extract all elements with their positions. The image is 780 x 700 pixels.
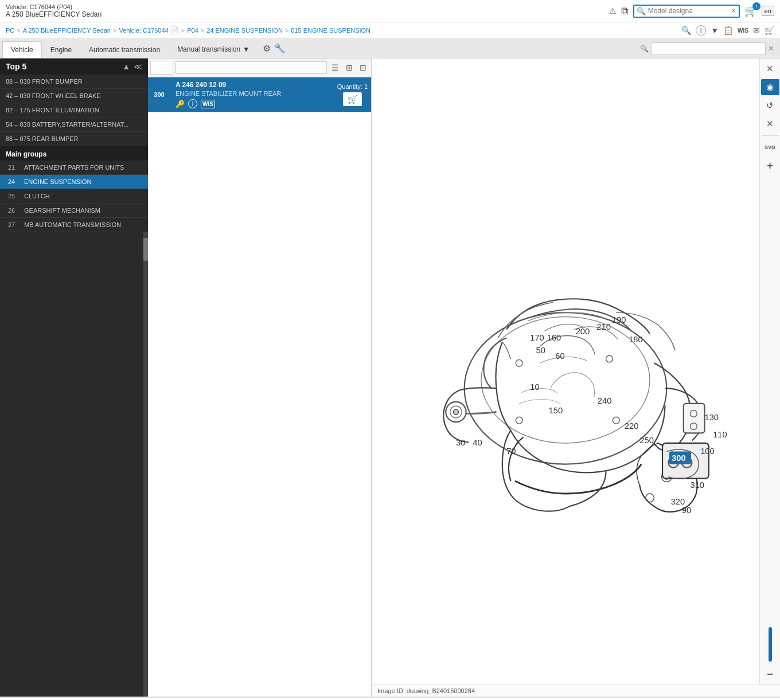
cart-breadcrumb-btn[interactable]: 🛒 <box>765 26 774 35</box>
sidebar-group-25[interactable]: 25 CLUTCH <box>0 189 148 204</box>
diag-num-310: 310 <box>690 480 704 490</box>
tab-automatic-transmission[interactable]: Automatic transmission <box>80 41 169 58</box>
tab-search-icon: 🔍 <box>640 45 649 53</box>
parts-col-toggle[interactable] <box>150 61 173 75</box>
close-diagram-btn[interactable]: ✕ <box>761 61 779 77</box>
grid-view-btn[interactable]: ⊞ <box>344 62 355 73</box>
diag-num-210: 210 <box>596 322 611 331</box>
zoom-in-breadcrumb-btn[interactable]: 🔍 <box>681 26 691 35</box>
diag-num-130: 130 <box>704 413 719 422</box>
diag-num-40: 40 <box>473 438 482 447</box>
part-name-300: ENGINE STABILIZER MOUNT REAR <box>176 90 329 97</box>
sidebar-item-front-bumper[interactable]: 88 – 030 FRONT BUMPER <box>0 75 148 89</box>
breadcrumb-015-engine[interactable]: 015 ENGINE SUSPENSION <box>291 27 370 34</box>
part-add-cart-btn-300[interactable]: 🛒 <box>343 92 362 106</box>
close-sidebar-btn[interactable]: ≪ <box>134 62 142 71</box>
circle-tool-btn[interactable]: ◉ <box>761 79 779 95</box>
parts-download-btn[interactable]: ⊡ <box>357 62 369 73</box>
diagram-footer: Image ID: drawing_B24015000284 <box>372 685 780 697</box>
diag-num-90: 90 <box>682 506 691 515</box>
part-row-300[interactable]: 300 A 246 240 12 09 ENGINE STABILIZER MO… <box>148 77 371 112</box>
diag-num-10: 10 <box>530 382 539 392</box>
mail-btn[interactable]: ✉ <box>753 26 760 35</box>
settings-icon-btn[interactable]: ⚙ <box>263 43 271 54</box>
diag-num-250: 250 <box>639 436 654 445</box>
group-num-25: 25 <box>8 193 21 200</box>
breadcrumb-pc[interactable]: PC <box>6 27 14 34</box>
zoom-in-btn[interactable]: + <box>761 158 779 174</box>
image-id-value: drawing_B24015000284 <box>407 687 475 694</box>
tab-search-box: 🔍 ✕ <box>637 41 778 57</box>
breadcrumb-vehicle-id[interactable]: Vehicle: C176044 📄 <box>119 26 178 34</box>
part-wis-icon[interactable]: WIS <box>201 100 215 108</box>
diag-num-170: 170 <box>530 333 544 342</box>
sidebar-group-26[interactable]: 26 GEARSHIFT MECHANISM <box>0 204 148 218</box>
svg-rect-0 <box>372 194 759 548</box>
breadcrumb-p04[interactable]: P04 <box>187 27 198 34</box>
cross-tool-btn[interactable]: ✕ <box>761 116 779 132</box>
main-groups-label: Main groups <box>0 146 148 161</box>
diag-num-180: 180 <box>629 335 643 344</box>
tab-engine[interactable]: Engine <box>42 41 80 58</box>
wis-btn[interactable]: WIS <box>738 28 748 34</box>
sidebar-item-front-wheel-brake[interactable]: 42 – 030 FRONT WHEEL BRAKE <box>0 89 148 103</box>
sidebar-item-front-illumination[interactable]: 82 – 175 FRONT ILLUMINATION <box>0 103 148 118</box>
top5-title: Top 5 <box>6 62 26 71</box>
tab-search-input[interactable] <box>651 42 766 55</box>
clear-search-icon[interactable]: ✕ <box>731 7 736 15</box>
breadcrumb-engine-suspension[interactable]: 24 ENGINE SUSPENSION <box>206 27 283 34</box>
sidebar-group-27[interactable]: 27 MB AUTOMATIC TRANSMISSION <box>0 218 148 232</box>
diag-num-150: 150 <box>549 406 563 415</box>
breadcrumb: PC > A 250 BlueEFFICIENCY Sedan > Vehicl… <box>0 22 780 39</box>
header-info: Vehicle: C176044 (P04) A 250 BlueEFFICIE… <box>6 3 603 18</box>
engine-diagram-svg: 50 60 30 40 10 170 160 200 210 190 <box>372 58 759 685</box>
sidebar-item-rear-bumper[interactable]: 88 – 075 REAR BUMPER <box>0 132 148 146</box>
svg-rect-14 <box>684 404 705 433</box>
diagram-area: 50 60 30 40 10 170 160 200 210 190 <box>372 58 780 697</box>
part-icon-row-300: 🔑 i WIS <box>176 99 329 108</box>
diagram-main: 50 60 30 40 10 170 160 200 210 190 <box>372 58 780 685</box>
sidebar-group-21[interactable]: 21 ATTACHMENT PARTS FOR UNITS <box>0 161 148 175</box>
collapse-btn[interactable]: ▲ <box>122 62 130 71</box>
parts-toolbar: ☰ ⊞ ⊡ <box>148 58 371 77</box>
part-code-300: A 246 240 12 09 <box>176 81 329 89</box>
zoom-out-btn[interactable]: − <box>761 666 779 682</box>
group-num-21: 21 <box>8 164 21 171</box>
diag-num-100: 100 <box>700 447 715 456</box>
part-key-icon[interactable]: 🔑 <box>176 100 185 108</box>
part-actions-300: Quantity: 1 🛒 <box>334 77 371 112</box>
copy-button[interactable]: ⧉ <box>621 5 629 17</box>
top5-controls: ▲ ≪ <box>122 62 142 71</box>
history-tool-btn[interactable]: ↺ <box>761 97 779 114</box>
tab-search-clear-btn[interactable]: ✕ <box>768 44 774 53</box>
model-search-input[interactable] <box>648 7 728 15</box>
parts-search-input[interactable] <box>176 61 327 74</box>
doc-btn[interactable]: 📋 <box>723 26 733 35</box>
diag-num-50: 50 <box>536 346 545 355</box>
parts-area: ☰ ⊞ ⊡ 300 A 246 240 12 09 ENGINE STABILI… <box>148 58 372 697</box>
sidebar: Top 5 ▲ ≪ 88 – 030 FRONT BUMPER 42 – 030… <box>0 58 148 697</box>
sidebar-item-battery[interactable]: 54 – 030 BATTERY,STARTER/ALTERNAT... <box>0 118 148 132</box>
filter-btn[interactable]: ▼ <box>711 26 719 35</box>
tab-manual-transmission[interactable]: Manual transmission ▼ <box>169 41 258 58</box>
add-cart-button[interactable]: 🛒+ <box>744 5 757 17</box>
group-label-26: GEARSHIFT MECHANISM <box>24 207 100 214</box>
scroll-indicator <box>769 627 772 662</box>
tool-separator <box>762 135 778 136</box>
info-btn[interactable]: i <box>696 25 706 36</box>
main-layout: Top 5 ▲ ≪ 88 – 030 FRONT BUMPER 42 – 030… <box>0 58 780 697</box>
diag-num-30: 30 <box>456 438 465 447</box>
tab-vehicle[interactable]: Vehicle <box>2 41 42 58</box>
breadcrumb-vehicle-name[interactable]: A 250 BlueEFFICIENCY Sedan <box>23 27 111 34</box>
bottom-section: 015 ENGINE SUSPENSION ✎ 300 <box>0 697 780 700</box>
alert-button[interactable]: ⚠ <box>609 6 617 15</box>
breadcrumb-tools: 🔍 i ▼ 📋 WIS ✉ 🛒 <box>681 25 774 36</box>
svg-export-btn[interactable]: SVG <box>761 139 779 155</box>
list-view-btn[interactable]: ☰ <box>329 62 341 73</box>
header-icons: ⚠ ⧉ 🔍 ✕ 🛒+ en <box>609 5 774 18</box>
sidebar-group-24[interactable]: 24 ENGINE SUSPENSION <box>0 175 148 189</box>
wrench-icon-btn[interactable]: 🔧 <box>274 43 286 54</box>
part-details-300: A 246 240 12 09 ENGINE STABILIZER MOUNT … <box>171 77 334 112</box>
part-info-icon[interactable]: i <box>188 99 197 108</box>
language-selector[interactable]: en <box>762 6 774 16</box>
